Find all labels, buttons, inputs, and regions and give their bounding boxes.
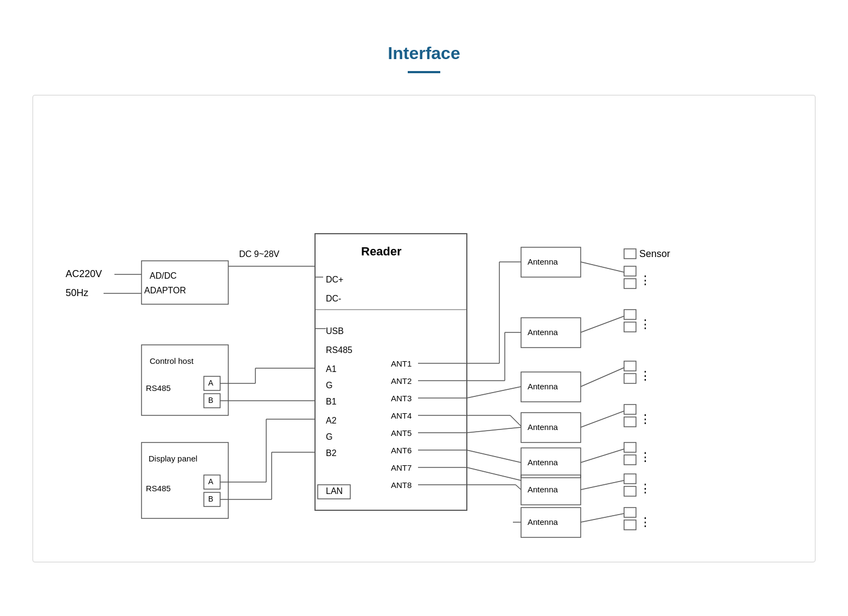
svg-line-99 bbox=[581, 449, 624, 463]
svg-text:Antenna: Antenna bbox=[528, 485, 558, 494]
svg-text:Antenna: Antenna bbox=[528, 517, 558, 527]
svg-text:DC 9~28V: DC 9~28V bbox=[239, 249, 280, 259]
svg-text:A2: A2 bbox=[326, 416, 337, 425]
svg-rect-4 bbox=[142, 261, 228, 304]
svg-text:LAN: LAN bbox=[326, 486, 343, 496]
svg-text:G: G bbox=[326, 432, 332, 441]
svg-text:⋮: ⋮ bbox=[639, 273, 651, 287]
svg-text:ANT6: ANT6 bbox=[391, 446, 412, 455]
svg-rect-72 bbox=[624, 249, 636, 259]
title-underline bbox=[408, 71, 440, 73]
svg-rect-87 bbox=[624, 455, 636, 465]
svg-text:RS485: RS485 bbox=[326, 345, 352, 355]
svg-text:ANT4: ANT4 bbox=[391, 411, 412, 420]
svg-rect-74 bbox=[624, 266, 636, 276]
svg-line-97 bbox=[581, 368, 624, 387]
svg-text:Antenna: Antenna bbox=[528, 458, 558, 467]
svg-text:Antenna: Antenna bbox=[528, 257, 558, 266]
svg-rect-83 bbox=[624, 405, 636, 414]
svg-text:ADAPTOR: ADAPTOR bbox=[144, 286, 186, 295]
svg-text:⋮: ⋮ bbox=[639, 515, 651, 529]
interface-diagram: AC220V 50Hz AD/DC ADAPTOR DC 9~28V Reade… bbox=[49, 117, 808, 540]
svg-rect-90 bbox=[624, 486, 636, 496]
svg-text:Antenna: Antenna bbox=[528, 382, 558, 391]
svg-text:B1: B1 bbox=[326, 397, 337, 406]
svg-line-100 bbox=[581, 480, 624, 490]
svg-text:Sensor: Sensor bbox=[639, 248, 670, 259]
svg-text:A1: A1 bbox=[326, 364, 337, 374]
svg-text:ANT1: ANT1 bbox=[391, 359, 412, 368]
diagram-container: AC220V 50Hz AD/DC ADAPTOR DC 9~28V Reade… bbox=[33, 95, 815, 562]
svg-line-67 bbox=[467, 450, 521, 463]
svg-line-95 bbox=[581, 262, 624, 272]
svg-text:50Hz: 50Hz bbox=[66, 287, 88, 298]
svg-rect-86 bbox=[624, 442, 636, 452]
svg-text:Control host: Control host bbox=[150, 356, 194, 365]
svg-line-65 bbox=[510, 415, 521, 426]
svg-text:DC+: DC+ bbox=[326, 275, 343, 284]
svg-text:DC-: DC- bbox=[326, 294, 341, 303]
svg-text:ANT5: ANT5 bbox=[391, 428, 412, 438]
svg-line-98 bbox=[581, 411, 624, 427]
svg-text:ANT7: ANT7 bbox=[391, 463, 412, 472]
svg-text:A: A bbox=[208, 378, 214, 387]
svg-text:B: B bbox=[208, 495, 213, 503]
svg-rect-77 bbox=[624, 310, 636, 319]
svg-text:ANT3: ANT3 bbox=[391, 394, 412, 403]
svg-text:ANT2: ANT2 bbox=[391, 376, 412, 386]
svg-text:B: B bbox=[208, 396, 213, 405]
svg-text:Display panel: Display panel bbox=[149, 454, 197, 463]
svg-text:⋮: ⋮ bbox=[639, 482, 651, 495]
svg-text:⋮: ⋮ bbox=[639, 450, 651, 464]
svg-rect-75 bbox=[624, 279, 636, 288]
svg-line-68 bbox=[467, 467, 521, 480]
svg-rect-78 bbox=[624, 322, 636, 332]
svg-text:ANT8: ANT8 bbox=[391, 480, 412, 490]
svg-line-101 bbox=[581, 514, 624, 522]
svg-text:RS485: RS485 bbox=[146, 484, 171, 493]
svg-rect-89 bbox=[624, 474, 636, 484]
svg-text:AC220V: AC220V bbox=[66, 268, 102, 279]
svg-rect-102 bbox=[142, 345, 228, 415]
page-title: Interface bbox=[0, 0, 848, 63]
svg-text:Antenna: Antenna bbox=[528, 328, 558, 337]
svg-text:AD/DC: AD/DC bbox=[150, 271, 177, 280]
svg-text:⋮: ⋮ bbox=[639, 317, 651, 331]
svg-text:A: A bbox=[208, 477, 214, 486]
svg-rect-92 bbox=[624, 508, 636, 517]
svg-text:B2: B2 bbox=[326, 448, 337, 458]
svg-line-70 bbox=[516, 485, 521, 490]
svg-text:Reader: Reader bbox=[361, 245, 402, 258]
svg-line-63 bbox=[467, 387, 521, 398]
svg-text:Antenna: Antenna bbox=[528, 422, 558, 432]
svg-text:⋮: ⋮ bbox=[639, 369, 651, 382]
svg-text:RS485: RS485 bbox=[146, 383, 171, 393]
svg-line-66 bbox=[467, 427, 521, 433]
svg-rect-84 bbox=[624, 417, 636, 427]
svg-text:G: G bbox=[326, 381, 332, 390]
svg-rect-80 bbox=[624, 361, 636, 371]
svg-text:USB: USB bbox=[326, 326, 344, 336]
svg-rect-81 bbox=[624, 374, 636, 383]
svg-rect-93 bbox=[624, 520, 636, 530]
svg-text:⋮: ⋮ bbox=[639, 412, 651, 426]
svg-line-96 bbox=[581, 316, 624, 332]
